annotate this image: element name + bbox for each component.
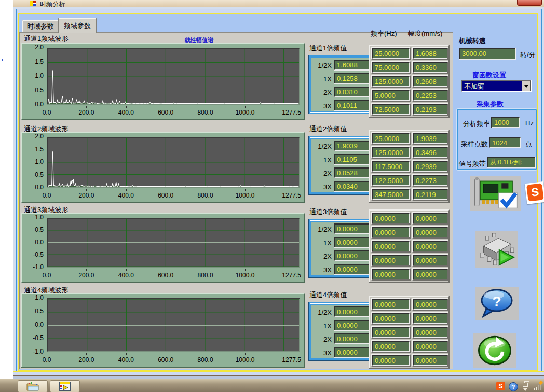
screen: 时频分析 时域参数 频域参数 线性幅值谱 频率(Hz) 幅度(mm/s) 机械转… [0, 0, 544, 392]
freq-value: 0.0000 [372, 269, 410, 279]
harmonic-label-1/2X: 1/2X [312, 226, 332, 233]
freq-cell-ch3-row2: 0.0000 [371, 226, 411, 239]
y-tick-label: 0.0 [23, 101, 44, 108]
x-tick-mark [47, 269, 47, 271]
freq-value: 0.0000 [372, 227, 410, 237]
amp-value: 0.0000 [413, 355, 447, 366]
x-tick-label: 600.0 [153, 356, 179, 363]
x-tick-label: 1277.5 [274, 109, 301, 116]
waveform-svg-ch3 [48, 219, 299, 267]
freq-amp-table-ch2: 25.00001.9039125.00000.3496117.50000.293… [369, 130, 450, 203]
freq-cell-ch1-row2: 75.0000 [371, 61, 411, 74]
harmonic-value-ch3-1/2X: 0.0000 [334, 223, 371, 234]
harmonic-label-1X: 1X [312, 239, 332, 247]
freq-cell-ch1-row5: 72.5000 [371, 103, 411, 116]
harmonics-box-ch4: 1/2X0.00001X0.00002X0.00003X0.0000 [308, 302, 375, 361]
taskbar-folder-button[interactable] [18, 380, 48, 392]
freq-value: 0.0000 [372, 241, 410, 251]
tab-frequency-domain[interactable]: 频域参数 [58, 18, 97, 33]
window-titlebar[interactable]: 时频分析 [13, 0, 544, 7]
taskbar-labview-button[interactable] [50, 380, 80, 392]
freq-value: 0.0000 [372, 299, 410, 310]
analysis-freq-field[interactable]: 1000 [491, 117, 520, 128]
amp-value: 0.3496 [413, 147, 447, 158]
amp-value: 0.2253 [413, 90, 447, 101]
network-bar [536, 387, 537, 390]
amp-cell-ch4-row1: 0.0000 [412, 298, 448, 311]
freq-cell-ch3-row3: 0.0000 [371, 240, 411, 253]
x-tick-label: 1277.5 [274, 356, 301, 363]
analysis-freq-value: 1000 [494, 119, 509, 127]
network-bar [538, 385, 539, 390]
tray-sogou-icon[interactable]: S [496, 382, 505, 390]
taskbar[interactable]: S ? [0, 379, 544, 392]
harmonic-label-1/2X: 1/2X [312, 143, 332, 150]
harmonic-label-3X: 3X [312, 102, 332, 110]
daq-card-check-button[interactable] [470, 176, 521, 211]
signal-band-field[interactable]: 从:0.1Hz到: [487, 157, 536, 168]
freq-cell-ch1-row3: 125.0000 [371, 75, 411, 88]
x-tick-mark [300, 353, 300, 355]
amp-cell-ch2-row2: 0.3496 [412, 146, 448, 159]
sogou-floating-badge[interactable]: S [525, 181, 544, 204]
analysis-freq-label: 分析频率 [463, 119, 490, 129]
harmonics-box-ch1: 1/2X1.60881X0.12582X0.03103X0.1011 [308, 55, 375, 114]
x-tick-mark [206, 353, 206, 355]
window-function-dropdown[interactable]: 不加窗 [461, 80, 532, 92]
x-tick-label: 0.0 [34, 272, 60, 279]
sample-count-unit: 点 [525, 139, 532, 149]
x-tick-mark [245, 189, 246, 191]
tray-expand-arrow-icon[interactable] [523, 388, 527, 392]
tab-time-domain-label: 时域参数 [27, 22, 54, 31]
machine-speed-field[interactable]: 3000.00 [459, 48, 516, 60]
y-tick-label: 2.0 [23, 44, 44, 51]
harmonic-value-ch4-1X: 0.0000 [334, 320, 371, 331]
machine-speed-value: 3000.00 [462, 50, 486, 58]
harmonic-value-ch4-1/2X: 0.0000 [334, 306, 371, 317]
folder-icon [26, 381, 39, 391]
tab-time-domain[interactable]: 时域参数 [22, 20, 59, 33]
chip-play-icon [477, 232, 517, 267]
amp-value: 0.0000 [413, 269, 447, 279]
x-tick-mark [126, 269, 127, 271]
freq-amp-table-ch3: 0.00000.00000.00000.00000.00000.00000.00… [369, 209, 450, 283]
chip-run-button[interactable] [475, 231, 518, 268]
tray-network-icon[interactable] [534, 381, 543, 390]
amp-value: 0.2939 [413, 161, 447, 172]
freq-amp-table-ch1: 25.00001.608875.00000.3360125.00000.2608… [369, 45, 450, 118]
freq-value: 0.0000 [372, 213, 410, 223]
x-tick-mark [47, 189, 47, 191]
y-tick-label: 2.0 [23, 133, 44, 140]
harmonic-label-3X: 3X [312, 266, 332, 274]
freq-value: 117.5000 [372, 161, 410, 172]
refresh-button[interactable] [473, 333, 516, 368]
freq-cell-ch3-row5: 0.0000 [371, 268, 411, 281]
freq-column-header: 频率(Hz) [371, 29, 397, 38]
dropdown-arrow-icon[interactable] [522, 81, 531, 91]
freq-value: 125.0000 [372, 147, 410, 158]
signal-band-value: 从:0.1Hz到: [490, 158, 522, 167]
amp-value: 0.0000 [413, 227, 447, 237]
spectrum-trace-ch1 [48, 71, 298, 104]
amp-cell-ch2-row3: 0.2939 [412, 160, 448, 173]
freq-value: 347.5000 [372, 189, 410, 200]
amp-column-header: 幅度(mm/s) [408, 29, 442, 38]
window-function-label: 窗函数设置 [472, 71, 506, 80]
harmonic-label-1/2X: 1/2X [312, 62, 332, 69]
x-tick-mark [206, 106, 206, 108]
x-tick-label: 1000.0 [232, 109, 258, 116]
amp-cell-ch2-row4: 0.2273 [412, 174, 448, 187]
amp-value: 0.0000 [413, 299, 447, 310]
help-button[interactable]: ? [475, 287, 519, 320]
tab-frequency-domain-label: 频域参数 [64, 21, 91, 31]
x-tick-mark [206, 269, 206, 271]
x-tick-label: 400.0 [113, 109, 139, 116]
tray-help-icon[interactable]: ? [509, 382, 518, 391]
y-tick-label: 1.0 [23, 72, 44, 79]
waveform-graph-ch3: 1.00.50.0-0.5-1.00.0200.0400.0600.0800.0… [21, 213, 305, 283]
x-tick-label: 600.0 [153, 192, 179, 199]
sample-count-field[interactable]: 1024 [489, 137, 521, 148]
sogou-icon: S [526, 183, 544, 201]
close-button[interactable] [517, 0, 542, 6]
y-tick-label: 1.0 [23, 294, 44, 301]
